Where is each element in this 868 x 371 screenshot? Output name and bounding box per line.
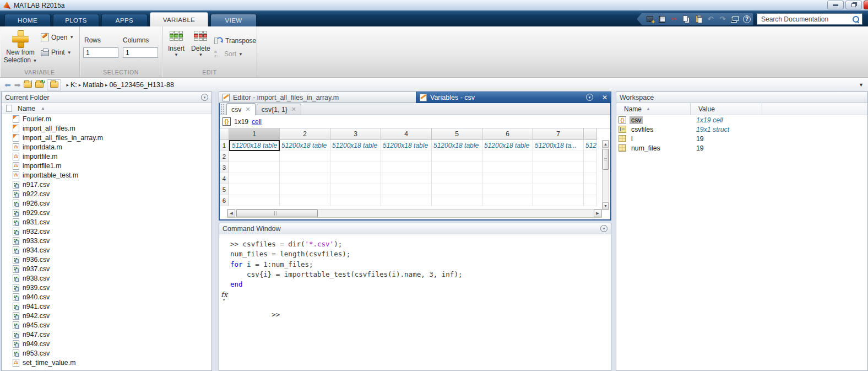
function-hints-icon[interactable]: fx xyxy=(221,290,227,300)
column-header-partial[interactable] xyxy=(584,128,597,140)
grid-cell[interactable]: 51200x18 table xyxy=(432,140,482,151)
grid-cell[interactable] xyxy=(229,195,280,206)
file-row[interactable]: importdata.m xyxy=(2,142,211,152)
workspace-row-csv[interactable]: {}csv1x19 cell xyxy=(616,115,867,125)
workspace-name-column-header[interactable]: Name ▲ xyxy=(616,103,691,115)
grid-cell[interactable]: 51200x18 table xyxy=(381,140,432,151)
horizontal-scrollbar[interactable]: ◀ ▶ xyxy=(227,209,602,218)
file-row[interactable]: Fourier.m xyxy=(2,114,211,123)
up-one-level-icon[interactable] xyxy=(24,82,32,88)
close-panel-icon[interactable]: ✕ xyxy=(602,94,607,101)
grid-cell[interactable] xyxy=(533,184,584,195)
grid-cell[interactable] xyxy=(330,162,381,173)
variable-grid[interactable]: 1234567151200x18 table51200x18 table5120… xyxy=(220,128,602,210)
name-column-header[interactable]: Name ▲ xyxy=(2,103,211,114)
breadcrumb-segment[interactable]: Matlab xyxy=(83,81,104,89)
column-header-2[interactable]: 2 xyxy=(280,128,330,140)
file-row[interactable]: n953.csv xyxy=(2,348,211,358)
scroll-up-icon[interactable]: ▲ xyxy=(603,141,609,148)
grid-cell[interactable]: 51200x18 table xyxy=(280,140,330,151)
file-row[interactable]: n939.csv xyxy=(2,283,211,292)
grid-cell[interactable] xyxy=(330,173,381,184)
transpose-button[interactable]: Transpose xyxy=(214,36,256,45)
grid-cell[interactable] xyxy=(533,151,584,162)
scrollbar-thumb[interactable] xyxy=(603,149,609,170)
grid-cell[interactable] xyxy=(381,184,432,195)
file-row[interactable]: importtable_test.m xyxy=(2,170,211,180)
column-header-7[interactable]: 7 xyxy=(533,128,584,140)
file-row[interactable]: n940.csv xyxy=(2,292,211,302)
panel-splitter[interactable] xyxy=(212,92,219,371)
grid-cell[interactable] xyxy=(280,151,330,162)
cell-type-link[interactable]: cell xyxy=(252,118,262,126)
column-header-3[interactable]: 3 xyxy=(330,128,381,140)
redo-icon[interactable]: ↷ xyxy=(718,14,728,24)
grid-cell[interactable] xyxy=(482,184,533,195)
close-button[interactable] xyxy=(864,1,868,9)
grid-cell[interactable] xyxy=(280,195,330,206)
grid-cell[interactable] xyxy=(229,173,280,184)
file-row[interactable]: importfile.m xyxy=(2,152,211,161)
row-header-1[interactable]: 1 xyxy=(220,140,229,151)
grid-cell[interactable] xyxy=(432,173,482,184)
new-script-icon[interactable] xyxy=(645,14,655,24)
ribbon-tab-home[interactable]: HOME xyxy=(4,14,51,26)
grid-cell[interactable]: 51200x18 table xyxy=(330,140,381,151)
undo-icon[interactable]: ↶ xyxy=(706,14,715,24)
file-row[interactable]: importfile1.m xyxy=(2,161,211,170)
file-row[interactable]: n931.csv xyxy=(2,217,211,227)
back-icon[interactable]: ⬅︎ xyxy=(4,81,11,89)
grid-cell[interactable] xyxy=(381,151,432,162)
print-button[interactable]: Print ▼ xyxy=(41,49,72,56)
save-icon[interactable] xyxy=(657,14,667,24)
column-header-5[interactable]: 5 xyxy=(432,128,482,140)
browse-folder-icon[interactable] xyxy=(35,82,44,88)
grid-cell[interactable] xyxy=(229,184,280,195)
grid-cell[interactable] xyxy=(280,162,330,173)
grid-cell[interactable] xyxy=(533,162,584,173)
grid-cell[interactable] xyxy=(432,195,482,206)
command-window-content[interactable]: >> csvfiles = dir('*.csv');num_files = l… xyxy=(219,236,611,370)
grid-cell[interactable] xyxy=(330,195,381,206)
grid-cell[interactable] xyxy=(482,195,533,206)
grid-cell[interactable] xyxy=(330,184,381,195)
panel-menu-icon[interactable]: ▼ xyxy=(600,225,607,232)
scroll-left-icon[interactable]: ◀ xyxy=(227,209,235,217)
grid-cell[interactable] xyxy=(533,173,584,184)
row-header-4[interactable]: 4 xyxy=(220,173,229,184)
grid-cell[interactable] xyxy=(280,184,330,195)
breadcrumb-segment[interactable]: 06_123456_H131-88 xyxy=(109,81,173,89)
panel-splitter[interactable] xyxy=(611,92,616,371)
file-row[interactable]: n942.csv xyxy=(2,311,211,320)
panel-menu-icon[interactable]: ▼ xyxy=(201,94,208,101)
copy-icon[interactable] xyxy=(681,14,691,24)
grid-cell[interactable] xyxy=(229,151,280,162)
column-header-1[interactable]: 1 xyxy=(229,128,280,140)
file-row[interactable]: import_all_files_in_array.m xyxy=(2,133,211,142)
columns-input[interactable] xyxy=(123,47,158,58)
ribbon-tab-plots[interactable]: PLOTS xyxy=(53,14,99,26)
grid-cell[interactable] xyxy=(584,184,597,195)
file-row[interactable]: n936.csv xyxy=(2,255,211,264)
grid-cell[interactable] xyxy=(533,195,584,206)
switch-windows-icon[interactable] xyxy=(730,14,740,24)
current-folder-button[interactable] xyxy=(47,79,61,90)
grid-cell[interactable] xyxy=(381,173,432,184)
grid-cell[interactable]: 512 xyxy=(584,140,597,151)
paste-icon[interactable] xyxy=(693,14,703,24)
grid-cell[interactable] xyxy=(432,162,482,173)
grid-cell[interactable] xyxy=(482,173,533,184)
row-header-6[interactable]: 6 xyxy=(220,195,229,206)
ribbon-tab-apps[interactable]: APPS xyxy=(101,14,148,26)
sort-button[interactable]: az↓ Sort ▼ xyxy=(214,50,243,58)
ribbon-tab-view[interactable]: VIEW xyxy=(210,14,257,26)
editor-panel-titlebar[interactable]: Editor - import_all_files_in_array.m xyxy=(219,92,416,103)
grid-cell[interactable] xyxy=(432,184,482,195)
close-tab-icon[interactable]: ✕ xyxy=(291,106,296,113)
file-row[interactable]: n937.csv xyxy=(2,264,211,273)
file-row[interactable]: set_time_value.m xyxy=(2,358,211,367)
open-button[interactable]: Open ▼ xyxy=(41,33,74,41)
grid-cell[interactable] xyxy=(330,151,381,162)
scroll-right-icon[interactable]: ▶ xyxy=(594,209,601,217)
ribbon-tab-variable[interactable]: VARIABLE xyxy=(150,12,208,26)
